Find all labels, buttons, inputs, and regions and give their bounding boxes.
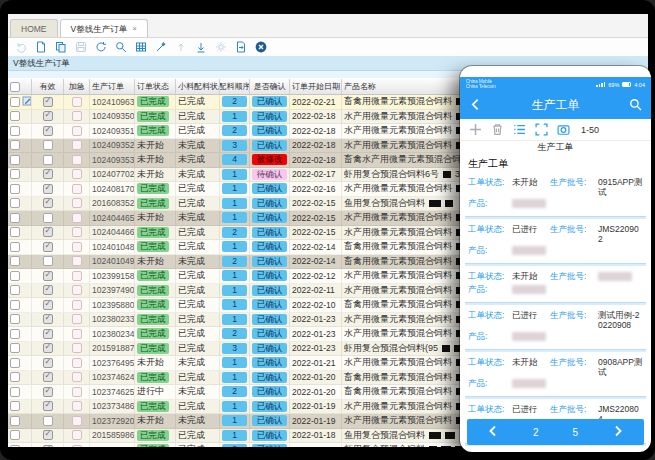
- row-select-checkbox[interactable]: [10, 271, 20, 281]
- valid-checkbox[interactable]: [43, 343, 53, 353]
- row-select-checkbox[interactable]: [10, 242, 20, 252]
- refresh-icon[interactable]: [94, 41, 107, 54]
- urgent-checkbox[interactable]: [72, 184, 82, 194]
- work-order-item[interactable]: 工单状态: 未开始 生产批号: 产品:: [467, 266, 644, 305]
- valid-checkbox[interactable]: [43, 198, 53, 208]
- urgent-checkbox[interactable]: [72, 300, 82, 310]
- valid-checkbox[interactable]: [43, 169, 53, 179]
- valid-checkbox[interactable]: [43, 213, 53, 223]
- column-header[interactable]: 加急: [64, 79, 90, 94]
- row-select-checkbox[interactable]: [10, 285, 20, 295]
- urgent-checkbox[interactable]: [72, 155, 82, 165]
- row-select-checkbox[interactable]: [10, 97, 20, 107]
- valid-checkbox[interactable]: [43, 227, 53, 237]
- list-icon[interactable]: [513, 123, 526, 136]
- work-order-item[interactable]: 工单状态: 已进行 生产批号: JMS220902 产品:: [467, 219, 644, 266]
- valid-checkbox[interactable]: [43, 358, 53, 368]
- urgent-checkbox[interactable]: [72, 198, 82, 208]
- urgent-checkbox[interactable]: [72, 271, 82, 281]
- column-header[interactable]: 订单状态: [135, 79, 176, 94]
- row-select-checkbox[interactable]: [10, 314, 20, 324]
- tab-close-icon[interactable]: ×: [132, 20, 137, 38]
- urgent-checkbox[interactable]: [72, 401, 82, 411]
- valid-checkbox[interactable]: [43, 285, 53, 295]
- valid-checkbox[interactable]: [43, 155, 53, 165]
- urgent-checkbox[interactable]: [72, 242, 82, 252]
- valid-checkbox[interactable]: [43, 256, 53, 266]
- valid-checkbox[interactable]: [43, 97, 53, 107]
- valid-checkbox[interactable]: [43, 430, 53, 440]
- work-order-item[interactable]: 工单状态: 已进行 生产批号: 测试用例-20220908 产品:: [467, 305, 644, 352]
- urgent-checkbox[interactable]: [72, 416, 82, 426]
- urgent-checkbox[interactable]: [72, 343, 82, 353]
- edit-row-icon[interactable]: [22, 96, 32, 108]
- row-select-checkbox[interactable]: [10, 140, 20, 150]
- scan-icon[interactable]: [535, 123, 548, 136]
- row-select-checkbox[interactable]: [10, 343, 20, 353]
- valid-checkbox[interactable]: [43, 314, 53, 324]
- row-select-checkbox[interactable]: [10, 401, 20, 411]
- row-select-checkbox[interactable]: [10, 300, 20, 310]
- new-document-icon[interactable]: [34, 41, 47, 54]
- work-order-item[interactable]: 工单状态: 未开始 生产批号: 0908APP测试 产品:: [467, 352, 644, 399]
- camera-icon[interactable]: [557, 123, 570, 136]
- urgent-checkbox[interactable]: [72, 329, 82, 339]
- column-header[interactable]: [8, 79, 32, 94]
- urgent-checkbox[interactable]: [72, 213, 82, 223]
- valid-checkbox[interactable]: [43, 126, 53, 136]
- work-order-item[interactable]: 工单状态: 未开始 生产批号: 0915APP测试 产品:: [467, 172, 644, 219]
- row-select-checkbox[interactable]: [10, 126, 20, 136]
- row-select-checkbox[interactable]: [10, 445, 20, 447]
- urgent-checkbox[interactable]: [72, 227, 82, 237]
- urgent-checkbox[interactable]: [72, 314, 82, 324]
- current-page[interactable]: 2: [533, 427, 539, 438]
- prev-page-icon[interactable]: [487, 423, 499, 441]
- column-header[interactable]: 生产订单: [90, 79, 135, 94]
- row-select-checkbox[interactable]: [10, 329, 20, 339]
- add-icon[interactable]: [469, 123, 482, 136]
- row-select-checkbox[interactable]: [10, 387, 20, 397]
- next-page-icon[interactable]: [612, 423, 624, 441]
- column-header[interactable]: 有效: [32, 79, 64, 94]
- total-pages[interactable]: 5: [572, 427, 578, 438]
- urgent-checkbox[interactable]: [72, 430, 82, 440]
- trash-icon[interactable]: [491, 123, 504, 136]
- urgent-checkbox[interactable]: [72, 387, 82, 397]
- back-chevron-icon[interactable]: [469, 97, 482, 115]
- valid-checkbox[interactable]: [43, 242, 53, 252]
- work-order-item[interactable]: 工单状态: 已进行 生产批号: 0905 产品:: [467, 446, 644, 452]
- column-header[interactable]: 配料顺序: [220, 79, 250, 94]
- row-select-checkbox[interactable]: [10, 416, 20, 426]
- row-select-checkbox[interactable]: [10, 430, 20, 440]
- valid-checkbox[interactable]: [43, 445, 53, 447]
- urgent-checkbox[interactable]: [72, 256, 82, 266]
- tab-production-orders[interactable]: V整线生产订单 ×: [60, 19, 148, 37]
- urgent-checkbox[interactable]: [72, 169, 82, 179]
- tab-home[interactable]: HOME: [10, 19, 58, 37]
- urgent-checkbox[interactable]: [72, 126, 82, 136]
- search-icon[interactable]: [629, 97, 642, 115]
- valid-checkbox[interactable]: [43, 111, 53, 121]
- valid-checkbox[interactable]: [43, 372, 53, 382]
- valid-checkbox[interactable]: [43, 401, 53, 411]
- row-select-checkbox[interactable]: [10, 169, 20, 179]
- valid-checkbox[interactable]: [43, 387, 53, 397]
- row-select-checkbox[interactable]: [10, 213, 20, 223]
- urgent-checkbox[interactable]: [72, 111, 82, 121]
- select-all-checkbox[interactable]: [10, 82, 20, 92]
- urgent-checkbox[interactable]: [72, 285, 82, 295]
- valid-checkbox[interactable]: [43, 329, 53, 339]
- export-icon[interactable]: [234, 41, 247, 54]
- valid-checkbox[interactable]: [43, 184, 53, 194]
- valid-checkbox[interactable]: [43, 300, 53, 310]
- row-select-checkbox[interactable]: [10, 184, 20, 194]
- column-header[interactable]: 订单开始日期: [290, 79, 342, 94]
- valid-checkbox[interactable]: [43, 416, 53, 426]
- column-header[interactable]: 小料配料状态: [176, 79, 220, 94]
- row-select-checkbox[interactable]: [10, 358, 20, 368]
- column-header[interactable]: 是否确认: [250, 79, 290, 94]
- valid-checkbox[interactable]: [43, 140, 53, 150]
- search-icon[interactable]: [114, 41, 127, 54]
- urgent-checkbox[interactable]: [72, 445, 82, 447]
- row-select-checkbox[interactable]: [10, 227, 20, 237]
